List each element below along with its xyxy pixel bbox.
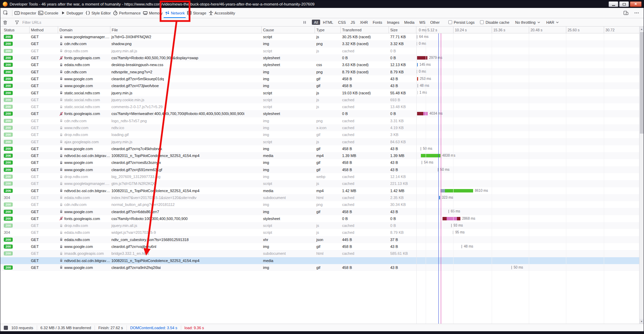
column-header-file[interactable]: File	[110, 27, 262, 33]
tab-inspector[interactable]: Inspector	[13, 8, 37, 18]
cause-cell: media	[262, 152, 315, 159]
column-header-cause[interactable]: Cause	[262, 27, 315, 33]
checkbox-box	[448, 20, 452, 24]
request-row[interactable]: 200GETwww.google.comcleardot.gif?zx=oes8…	[0, 159, 639, 166]
request-row[interactable]: 304GETedata.ndtv.comindex.html?&ver=2017…	[0, 194, 639, 201]
type-cell: js	[315, 229, 341, 236]
style-editor-icon	[85, 10, 90, 15]
scrollbar-down-arrow[interactable]: ▼	[640, 319, 644, 324]
tab-accessibility[interactable]: Accessibility	[207, 8, 236, 18]
disable-cache-label: Disable cache	[485, 20, 509, 24]
request-row[interactable]: 200GETcdn.ndtv.comndtvsprite_new.png?v=2…	[0, 68, 639, 75]
lock-icon	[59, 245, 63, 249]
request-row[interactable]: 200GETcdn.ndtv.comnormal_button_all.png?…	[0, 201, 639, 208]
close-button[interactable]: ✕	[630, 1, 642, 7]
request-row[interactable]: 200GETwww.google.comcleardot.gif?zx=vaji…	[0, 243, 639, 250]
request-row[interactable]: 200GETwww.google.comcleardot.gif?zx=5m5k…	[0, 75, 639, 82]
tab-performance[interactable]: Performance	[112, 8, 142, 18]
request-row[interactable]: 200GETwww.google.comcleardot.gif?zx=l73j…	[0, 82, 639, 89]
request-row[interactable]: 206GETndtvod.bc-ssl.cdn.bitgravity.c…100…	[0, 187, 639, 194]
vertical-scrollbar[interactable]: ▲ ▼	[639, 27, 644, 324]
clear-requests-icon[interactable]	[0, 20, 10, 25]
request-row[interactable]: 200GETwww.google.comcleardot.gif?zx=a9nh…	[0, 264, 639, 271]
scrollbar-up-arrow[interactable]: ▲	[640, 27, 644, 31]
request-row[interactable]: 200GETstatic.social.ndtv.comcomments-2-0…	[0, 103, 639, 110]
status-cell	[0, 257, 30, 264]
filter-other[interactable]: Other	[428, 20, 442, 25]
cause-cell: img	[262, 40, 315, 47]
tab-memory[interactable]: Memory	[142, 8, 164, 18]
tab-network[interactable]: Network	[164, 8, 186, 18]
titlebar: Developer Tools - 46 years after the war…	[0, 0, 644, 8]
request-row[interactable]: 200GETstatic.social.ndtv.comjquery.cooki…	[0, 96, 639, 103]
column-header-transferred[interactable]: Transferred	[341, 27, 389, 33]
filter-css[interactable]: CSS	[336, 20, 348, 25]
column-header-size[interactable]: Size	[389, 27, 416, 33]
minimize-button[interactable]	[609, 1, 618, 7]
request-row[interactable]: 200GETfonts.googleapis.comcss?family=Rob…	[0, 215, 639, 222]
filter-xhr[interactable]: XHR	[358, 20, 370, 25]
lock-icon	[59, 63, 63, 67]
devtools-toolbar: InspectorConsoleDebuggerStyle EditorPerf…	[0, 8, 644, 18]
column-header-type[interactable]: Type	[315, 27, 341, 33]
request-row[interactable]: 200GETfonts.googleapis.comcss?family=Rob…	[0, 54, 639, 61]
persist-logs-checkbox[interactable]: Persist Logs	[448, 20, 475, 24]
disable-cache-checkbox[interactable]: Disable cache	[480, 20, 509, 24]
tab-console[interactable]: Console	[37, 8, 59, 18]
request-row[interactable]: 200GETfonts.googleapis.comcss?family=Mer…	[0, 110, 639, 117]
waterfall-bar	[511, 266, 512, 269]
column-header-status[interactable]: Status	[0, 27, 30, 33]
domain-cell: drop.ndtv.com	[58, 131, 110, 138]
request-row[interactable]: 200GETdrop.ndtv.combig_207609_1312997733…	[0, 173, 639, 180]
pause-recording-icon[interactable]	[300, 20, 309, 24]
filter-media[interactable]: Media	[402, 20, 416, 25]
scrollbar-thumb[interactable]	[640, 32, 644, 134]
request-row[interactable]: 200GETcdn.ndtv.comlogo_ndtv-57x57.pngimg…	[0, 117, 639, 124]
request-row[interactable]: 200GETdrop.ndtv.comjquery.min.all.jsscri…	[0, 48, 639, 54]
domain-text: edata.ndtv.com	[64, 238, 90, 242]
column-header-domain[interactable]: Domain	[58, 27, 110, 33]
request-row[interactable]: 200GETwww.googletagmanager.comgtm.js?id=…	[0, 180, 639, 187]
har-select[interactable]: HAR	[546, 20, 559, 24]
request-row[interactable]: 200GETcdn.ndtv.comshadow.pngimgpng3.32 K…	[0, 40, 639, 47]
method-cell: GET	[30, 131, 58, 138]
settings-menu-icon[interactable]	[632, 10, 642, 15]
request-row[interactable]: 200GETedata.ndtv.comdesktop-breakingpush…	[0, 61, 639, 68]
filter-fonts[interactable]: Fonts	[371, 20, 384, 25]
request-row[interactable]: 200GETajax.googleapis.comjquery.min.jssc…	[0, 138, 639, 145]
maximize-button[interactable]	[619, 1, 629, 7]
responsive-design-mode-icon[interactable]	[621, 10, 631, 15]
transferred-cell: cached	[341, 222, 389, 229]
request-row[interactable]: 200GETedata.ndtv.comndtv_com_cubestory.j…	[0, 236, 639, 243]
request-row[interactable]: 200GETwww.google.comcleardot.gif?zx=6dds…	[0, 208, 639, 215]
throttling-select[interactable]: No throttling	[515, 20, 540, 24]
filter-all[interactable]: All	[312, 20, 320, 25]
request-row[interactable]: 200GETdrop.ndtv.comjquery.min.all.jsscri…	[0, 222, 639, 229]
tool-tabs: InspectorConsoleDebuggerStyle EditorPerf…	[13, 8, 236, 18]
file-cell: jquery.min.js	[110, 89, 262, 96]
request-row[interactable]: 200GETimasdk.googleapis.combridge3.332.1…	[0, 250, 639, 257]
request-row[interactable]: 200GETwww.google.comcleardot.gif?zx=q7c4…	[0, 145, 639, 152]
filter-images[interactable]: Images	[385, 20, 401, 25]
transferred-cell: 1.39 MB	[341, 152, 389, 159]
request-row[interactable]: 200GETdrop.ndtv.comloading.gifimggifcach…	[0, 131, 639, 138]
tab-style-editor[interactable]: Style Editor	[84, 8, 112, 18]
request-row[interactable]: 206GETndtvod.bc-ssl.cdn.bitgravity.c…100…	[0, 152, 639, 159]
request-row[interactable]: 200GETstatic.social.ndtv.comjquery.min.j…	[0, 89, 639, 96]
request-row[interactable]: 200GETwww.googletagmanager.comjs?id=G-3X…	[0, 33, 639, 40]
request-row[interactable]: 200GETwww.google.comcleardot.gif?zx=j591…	[0, 166, 639, 173]
filter-js[interactable]: JS	[349, 20, 357, 25]
column-header-timeline[interactable]: 0 ms5.12 s10.24 s15.36 s20.48 s25.60 s30…	[416, 27, 639, 33]
column-header-method[interactable]: Method	[30, 27, 58, 33]
tab-storage[interactable]: Storage	[186, 8, 207, 18]
pick-element-icon[interactable]	[0, 8, 11, 18]
request-row[interactable]: 200GETwww.ndtv.comndtv.icoimgx-iconcache…	[0, 124, 639, 131]
request-row[interactable]: 304GETedata.ndtv.comwidget.js?var=201703…	[0, 229, 639, 236]
filter-ws[interactable]: WS	[417, 20, 427, 25]
request-row[interactable]: GETndtvod.bc-ssl.cdn.bitgravity.c…100820…	[0, 257, 639, 264]
filter-html[interactable]: HTML	[321, 20, 335, 25]
domain-text: drop.ndtv.com	[64, 49, 88, 53]
filter-urls-input[interactable]	[22, 20, 300, 25]
waterfall-bar	[417, 77, 418, 81]
tab-debugger[interactable]: Debugger	[59, 8, 84, 18]
